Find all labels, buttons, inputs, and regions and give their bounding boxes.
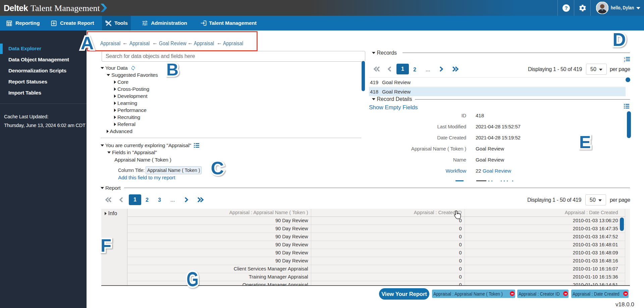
svg-text:?: ? <box>565 5 568 11</box>
svg-text:G: G <box>186 267 199 291</box>
svg-text:2: 2 <box>624 60 625 62</box>
svg-text:F: F <box>101 236 111 255</box>
svg-text:D: D <box>612 29 626 50</box>
svg-text:C: C <box>211 158 224 178</box>
svg-text:1: 1 <box>624 57 625 59</box>
svg-text:E: E <box>579 132 591 152</box>
svg-text:B: B <box>166 60 178 79</box>
svg-text:A: A <box>81 33 94 53</box>
